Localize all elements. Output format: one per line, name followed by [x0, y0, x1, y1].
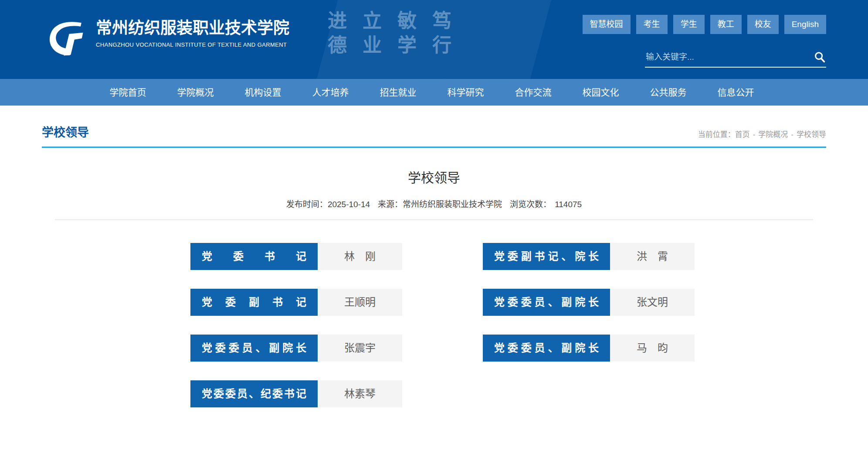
- site-search: [645, 51, 826, 68]
- nav-item-public-service[interactable]: 公共服务: [634, 79, 702, 106]
- quick-link-smart-campus[interactable]: 智慧校园: [583, 15, 631, 34]
- quick-links: 智慧校园考生学生教工校友English: [583, 15, 826, 34]
- nav-item-talent-training[interactable]: 人才培养: [297, 79, 364, 106]
- leader-table: 党委书记林 刚党委副书记、院长洪 霄党委副书记王顺明党委委员、副院长张文明党委委…: [190, 243, 826, 407]
- breadcrumb-label: 当前位置：: [698, 130, 735, 139]
- quick-link-students[interactable]: 学生: [673, 15, 705, 34]
- leader-pair: 党委书记林 刚: [190, 243, 402, 270]
- nav-item-organization[interactable]: 机构设置: [229, 79, 297, 106]
- leader-position: 党委副书记、院长: [483, 243, 610, 270]
- article-meta: 发布时间：2025-10-14 来源：常州纺织服装职业技术学院 浏览次数：114…: [42, 198, 826, 209]
- nav-item-cooperation-exchange[interactable]: 合作交流: [499, 79, 567, 106]
- school-name-block: 常州纺织服装职业技术学院 CHANGZHOU VOCATIONAL INSTIT…: [96, 18, 289, 48]
- search-icon[interactable]: [813, 51, 826, 64]
- school-name-en: CHANGZHOU VOCATIONAL INSTITUTE OF TEXTIL…: [96, 41, 289, 48]
- page-title: 学校领导: [42, 123, 89, 140]
- leader-pair: 党委副书记王顺明: [190, 289, 402, 316]
- leader-row: 党委书记林 刚党委副书记、院长洪 霄: [190, 243, 826, 270]
- nav-item-scientific-research[interactable]: 科学研究: [432, 79, 499, 106]
- school-logo-icon: [46, 18, 87, 58]
- leader-pair: 党委委员、纪委书记林素琴: [190, 380, 402, 407]
- quick-link-alumni[interactable]: 校友: [747, 15, 779, 34]
- breadcrumb-link-school-leaders[interactable]: 学校领导: [797, 130, 826, 139]
- nav-item-admission-employment[interactable]: 招生就业: [364, 79, 432, 106]
- leader-name: 林 刚: [318, 243, 402, 270]
- leader-pair: 党委委员、副院长张震宇: [190, 335, 402, 362]
- breadcrumb-separator: -: [753, 130, 756, 139]
- leader-position: 党委副书记: [190, 289, 318, 316]
- content-area: 学校领导 当前位置：首页-学院概况-学校领导 学校领导 发布时间：2025-10…: [42, 106, 826, 407]
- leader-name: 张震宇: [318, 335, 402, 362]
- leader-pair: 党委委员、副院长马 昀: [483, 335, 695, 362]
- motto-column-4: 笃行: [431, 10, 450, 59]
- school-brand[interactable]: 常州纺织服装职业技术学院 CHANGZHOU VOCATIONAL INSTIT…: [46, 18, 289, 58]
- section-divider: [42, 147, 826, 148]
- quick-link-staff[interactable]: 教工: [710, 15, 742, 34]
- quick-link-candidates[interactable]: 考生: [636, 15, 668, 34]
- main-nav: 学院首页学院概况机构设置人才培养招生就业科学研究合作交流校园文化公共服务信息公开: [0, 79, 868, 106]
- motto-column-1: 进德: [326, 10, 345, 59]
- view-count: 浏览次数：114075: [510, 198, 582, 209]
- nav-item-info-disclosure[interactable]: 信息公开: [702, 79, 770, 106]
- breadcrumb: 当前位置：首页-学院概况-学校领导: [698, 128, 826, 140]
- site-header: 常州纺织服装职业技术学院 CHANGZHOU VOCATIONAL INSTIT…: [0, 0, 868, 79]
- leader-position: 党委委员、纪委书记: [190, 380, 318, 407]
- breadcrumb-separator: -: [791, 130, 793, 139]
- leader-row: 党委副书记王顺明党委委员、副院长张文明: [190, 289, 826, 316]
- article-title: 学校领导: [42, 167, 826, 186]
- article-source: 来源：常州纺织服装职业技术学院: [378, 198, 502, 209]
- leader-pair: 党委副书记、院长洪 霄: [483, 243, 695, 270]
- breadcrumb-link-college-overview[interactable]: 学院概况: [758, 130, 788, 139]
- school-motto: 进德立业敏学笃行: [326, 10, 450, 59]
- leader-position: 党委委员、副院长: [483, 335, 610, 362]
- breadcrumb-link-home[interactable]: 首页: [735, 130, 750, 139]
- leader-pair: 党委委员、副院长张文明: [483, 289, 695, 316]
- leader-name: 王顺明: [318, 289, 402, 316]
- search-input[interactable]: [645, 51, 813, 64]
- leader-row: 党委委员、纪委书记林素琴: [190, 380, 826, 407]
- nav-item-home[interactable]: 学院首页: [94, 79, 162, 106]
- leader-name: 洪 霄: [610, 243, 695, 270]
- motto-column-3: 敏学: [396, 10, 415, 59]
- nav-item-campus-culture[interactable]: 校园文化: [567, 79, 634, 106]
- leader-position: 党委委员、副院长: [483, 289, 610, 316]
- nav-item-college-overview[interactable]: 学院概况: [162, 79, 229, 106]
- leader-name: 林素琴: [318, 380, 402, 407]
- leader-position: 党委委员、副院长: [190, 335, 318, 362]
- publish-time: 发布时间：2025-10-14: [286, 198, 370, 209]
- leader-position: 党委书记: [190, 243, 318, 270]
- quick-link-english[interactable]: English: [784, 15, 826, 34]
- leader-name: 张文明: [610, 289, 695, 316]
- meta-divider: [55, 219, 813, 220]
- school-name-cn: 常州纺织服装职业技术学院: [96, 18, 289, 38]
- leader-row: 党委委员、副院长张震宇党委委员、副院长马 昀: [190, 335, 826, 362]
- leader-name: 马 昀: [610, 335, 695, 362]
- motto-column-2: 立业: [361, 10, 380, 59]
